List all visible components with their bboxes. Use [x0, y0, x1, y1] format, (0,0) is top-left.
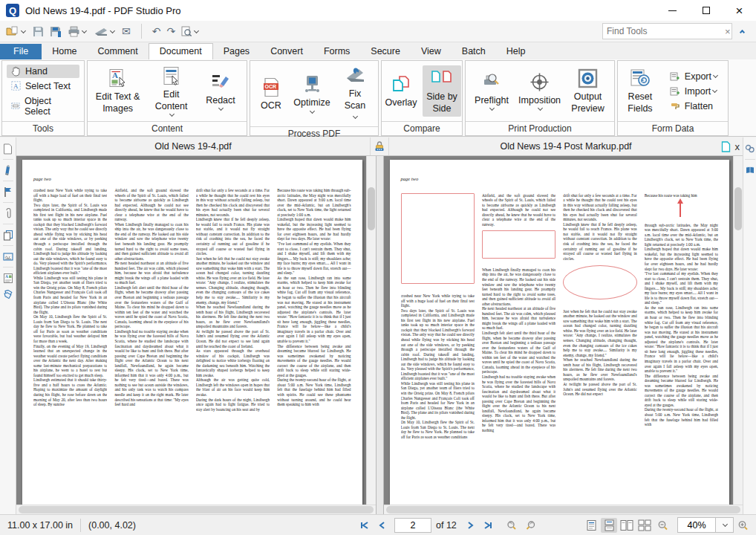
right-pane-header[interactable]: Old News 19-4 Post Markup.pdf x — [389, 137, 743, 155]
preflight-button[interactable]: Preflight — [470, 69, 513, 114]
layout-continuous-button[interactable] — [601, 518, 617, 533]
find-tools-input[interactable] — [607, 26, 722, 36]
attachments-panel-button[interactable] — [1, 205, 15, 221]
right-document-view[interactable]: page two crashed near New York while try… — [384, 156, 734, 505]
tab-convert[interactable]: Convert — [260, 44, 313, 59]
content-panel-button[interactable]: A — [1, 270, 15, 286]
left-pane-horizontal-scrollbar[interactable] — [16, 505, 376, 514]
markup-ellipse[interactable] — [563, 265, 636, 299]
tab-comment[interactable]: Comment — [88, 44, 149, 59]
flags-panel-button[interactable] — [1, 184, 15, 200]
rail-separator — [3, 245, 13, 246]
right-pane-horizontal-scrollbar[interactable] — [384, 505, 743, 514]
scrollbar-thumb[interactable] — [368, 187, 375, 230]
optimize-button[interactable]: Optimize — [290, 71, 333, 116]
email-icon: ✉ — [122, 25, 131, 37]
open-button[interactable] — [4, 24, 29, 39]
collapse-ribbon-button[interactable] — [732, 23, 752, 39]
preview-button[interactable] — [179, 25, 202, 39]
edit-content-button[interactable]: Edit Content — [146, 63, 196, 119]
scrollbar-thumb[interactable] — [19, 506, 374, 513]
select-text-button[interactable]: A Select Text — [7, 80, 79, 93]
print-button[interactable] — [65, 25, 90, 39]
tags-panel-button[interactable] — [1, 286, 15, 302]
minimize-button[interactable] — [656, 0, 689, 21]
tab-forms[interactable]: Forms — [313, 44, 360, 59]
tab-secure[interactable]: Secure — [360, 44, 411, 59]
object-select-button[interactable]: Object Select — [7, 94, 79, 118]
redo-button[interactable]: ↷ — [164, 24, 177, 39]
tab-pages[interactable]: Pages — [213, 44, 260, 59]
destinations-panel-button[interactable] — [1, 227, 15, 243]
zoom-out-button[interactable] — [654, 518, 671, 533]
markup-rectangle[interactable] — [401, 193, 475, 284]
layout-facing-continuous-button[interactable] — [636, 518, 653, 533]
right-pane-vertical-scrollbar[interactable] — [733, 156, 743, 505]
rail-separator — [745, 159, 755, 160]
previous-page-button[interactable] — [374, 521, 390, 530]
flatten-button[interactable]: Flatten — [665, 100, 723, 113]
link-panel-button[interactable] — [743, 140, 756, 157]
maximize-button[interactable] — [689, 0, 723, 21]
reset-fields-button[interactable]: Reset Fields — [622, 65, 658, 116]
pane-splitter[interactable] — [376, 156, 384, 514]
dictionary-panel-button[interactable] — [743, 162, 756, 178]
overlay-button[interactable]: Overlay — [382, 71, 420, 111]
markup-rectangle[interactable] — [482, 230, 555, 259]
zoom-in-button[interactable] — [734, 518, 751, 533]
tab-home[interactable]: Home — [42, 44, 87, 59]
clear-search-icon[interactable]: × — [725, 26, 731, 37]
comments-panel-button[interactable] — [1, 162, 15, 178]
close-button[interactable]: × — [723, 0, 756, 21]
layout-facing-button[interactable] — [619, 518, 635, 533]
current-page-input[interactable] — [394, 518, 431, 533]
zoom-level-input[interactable] — [677, 517, 716, 533]
layout-single-page-button[interactable] — [583, 518, 599, 533]
sync-lock-button[interactable] — [370, 137, 389, 155]
export-form-data-button[interactable]: Export — [665, 70, 723, 83]
tab-document[interactable]: Document — [149, 43, 213, 59]
next-page-button[interactable] — [463, 521, 479, 530]
ocr-button[interactable]: OCR OCR — [255, 74, 287, 114]
fix-scan-button[interactable]: Fix Scan — [336, 62, 374, 125]
right-page-header: page two — [401, 176, 730, 181]
restore-pane-icon[interactable] — [721, 141, 731, 152]
save-button[interactable] — [30, 25, 46, 39]
import-form-data-button[interactable]: Import — [665, 85, 723, 98]
markup-arrow[interactable] — [645, 198, 718, 218]
document-content-icon: A — [3, 273, 13, 284]
output-preview-button[interactable]: Output Preview — [566, 65, 610, 116]
hand-tool-button[interactable]: Hand — [7, 65, 79, 78]
zoom-out-icon — [657, 520, 668, 531]
scrollbar-thumb[interactable] — [386, 506, 741, 513]
tab-view[interactable]: View — [411, 44, 452, 59]
edit-text-images-button[interactable]: A Edit Text & Images — [92, 65, 143, 116]
imposition-button[interactable]: Imposition — [516, 69, 563, 114]
group-label-print-production: Print Production — [466, 121, 614, 135]
save-as-button[interactable] — [48, 25, 64, 39]
redact-button[interactable]: Redact — [199, 69, 242, 114]
signatures-panel-button[interactable] — [1, 248, 15, 265]
thumbnails-panel-button[interactable] — [1, 140, 15, 157]
scrollbar-thumb[interactable] — [734, 187, 742, 230]
close-pane-icon[interactable]: x — [735, 141, 740, 152]
tab-help[interactable]: Help — [496, 44, 536, 59]
last-page-button[interactable] — [479, 521, 498, 530]
left-page: page two crashed near New York while try… — [22, 160, 362, 505]
zoom-dropdown-button[interactable] — [716, 517, 734, 533]
tab-file[interactable]: File — [0, 44, 42, 59]
next-view-button[interactable] — [521, 520, 541, 530]
left-pane-vertical-scrollbar[interactable] — [366, 156, 376, 505]
chevron-down-icon — [82, 27, 87, 33]
undo-button[interactable]: ↶ — [150, 24, 163, 39]
email-button[interactable]: ✉ — [120, 24, 133, 39]
zoom-controls — [582, 517, 752, 533]
scan-button[interactable] — [91, 25, 118, 39]
first-page-button[interactable] — [355, 521, 374, 530]
side-by-side-button[interactable]: Side by Side — [423, 65, 461, 116]
previous-view-button[interactable] — [502, 520, 521, 530]
tab-batch[interactable]: Batch — [452, 44, 496, 59]
left-document-view[interactable]: page two crashed near New York while try… — [16, 156, 366, 505]
continuous-layout-icon — [604, 519, 615, 531]
left-pane-header[interactable]: Old News 19-4.pdf — [16, 137, 370, 155]
